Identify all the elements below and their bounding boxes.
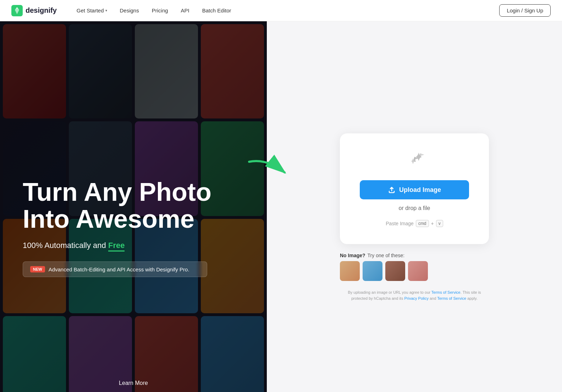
logo-text: designify <box>26 6 57 15</box>
navbar: designify Get Started ▾ Designs Pricing … <box>0 0 562 21</box>
terms-of-service-link[interactable]: Terms of Service <box>431 290 461 294</box>
chevron-down-icon: ⌄ <box>130 389 137 392</box>
new-badge: NEW <box>30 266 45 272</box>
sample-thumb-2[interactable] <box>363 261 382 281</box>
nav-pricing[interactable]: Pricing <box>146 5 174 16</box>
nav-batch-editor[interactable]: Batch Editor <box>197 5 237 16</box>
sample-thumb-1[interactable] <box>340 261 360 281</box>
sample-images-section: No Image? Try one of these: <box>340 253 489 281</box>
green-arrow-icon <box>246 155 292 183</box>
sample-thumbs <box>340 261 489 281</box>
left-panel: Turn Any Photo Into Awesome 100% Automat… <box>0 21 267 392</box>
learn-more-section[interactable]: Learn More ⌄ <box>0 380 267 392</box>
chevron-down-icon: ▾ <box>105 9 107 12</box>
terms-text: By uploading an image or URL you agree t… <box>340 289 489 301</box>
upload-image-button[interactable]: Upload Image <box>360 180 469 199</box>
hero-content: Turn Any Photo Into Awesome 100% Automat… <box>0 21 267 392</box>
sample-thumb-3[interactable] <box>385 261 405 281</box>
hero-title: Turn Any Photo Into Awesome <box>23 179 244 232</box>
no-image-label: No Image? Try one of these: <box>340 253 489 258</box>
nav-right: Login / Sign Up <box>499 4 551 17</box>
badge-text: Advanced Batch-Editing and API Access wi… <box>49 266 189 272</box>
cmd-key: cmd <box>416 220 429 227</box>
privacy-policy-link[interactable]: Privacy Policy <box>404 296 428 300</box>
sample-thumb-4[interactable] <box>408 261 428 281</box>
learn-more-label: Learn More <box>119 380 148 386</box>
login-button[interactable]: Login / Sign Up <box>499 4 551 17</box>
upload-icon <box>388 186 396 194</box>
terms-link-2[interactable]: Terms of Service <box>437 296 466 300</box>
v-key: v <box>436 220 443 227</box>
nav-get-started[interactable]: Get Started ▾ <box>71 5 113 16</box>
nav-designs[interactable]: Designs <box>114 5 145 16</box>
nav-api[interactable]: API <box>175 5 195 16</box>
paste-row: Paste Image cmd + v <box>386 220 443 227</box>
main-container: Turn Any Photo Into Awesome 100% Automat… <box>0 21 562 392</box>
nav-links: Get Started ▾ Designs Pricing API Batch … <box>71 5 500 16</box>
hero-badge: NEW Advanced Batch-Editing and API Acces… <box>23 261 207 277</box>
logo-link[interactable]: designify <box>11 5 57 16</box>
hero-subtitle: 100% Automatically and Free <box>23 241 244 250</box>
upload-card: Upload Image or drop a file Paste Image … <box>340 133 489 244</box>
right-panel: Upload Image or drop a file Paste Image … <box>267 21 562 392</box>
free-highlight: Free <box>108 241 125 252</box>
sparkle-icon <box>402 150 427 173</box>
logo-icon <box>11 5 23 16</box>
drop-text: or drop a file <box>399 205 430 211</box>
